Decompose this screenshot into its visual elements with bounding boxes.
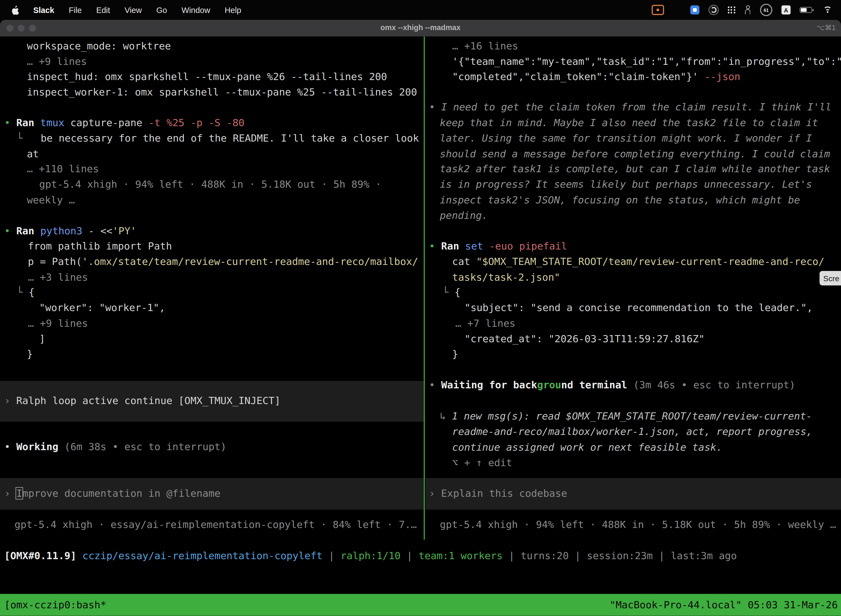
terminal-line: inspect_hud: omx sparkshell --tmux-pane …	[27, 70, 387, 84]
terminal-line: └ {	[442, 286, 460, 299]
terminal-line: • I need to get the claim token from the…	[429, 101, 831, 114]
terminal-line: • Ran tmux capture-pane -t %25 -p -S -80	[4, 116, 245, 129]
terminal-line: └ {	[16, 286, 35, 299]
figure-icon[interactable]	[744, 5, 751, 14]
wifi-icon[interactable]	[823, 6, 832, 13]
terminal-line: inspect task2's JSON, focusing on the st…	[440, 194, 800, 207]
screen-recording-icon[interactable]	[652, 5, 664, 15]
terminal-line: p = Path('.omx/state/team/review-current…	[28, 255, 418, 268]
menu-go[interactable]: Go	[157, 5, 167, 14]
inject-banner-text: › Ralph loop active continue [OMX_TMUX_I…	[4, 395, 281, 407]
terminal-line: … +7 lines	[455, 317, 516, 330]
pane-divider[interactable]	[424, 37, 425, 540]
terminal-line: ↳ 1 new msg(s): read $OMX_TEAM_STATE_ROO…	[440, 410, 812, 423]
window-title: omx --xhigh --madmax	[0, 23, 841, 32]
battery-ring-icon[interactable]: 61	[760, 4, 772, 16]
terminal-line: task2 after task1 is complete, but can I…	[440, 163, 830, 176]
terminal-line: • Working (6m 38s • esc to interrupt)	[4, 440, 227, 453]
terminal-window: omx --xhigh --madmax ⌥⌘1 workspace_mode:…	[0, 20, 841, 616]
terminal-line: weekly …	[27, 194, 75, 207]
tmux-status-bar: [omx-cczip0:bash* "MacBook-Pro-44.local"…	[0, 594, 841, 616]
terminal-line: "worker": "worker-1",	[39, 301, 165, 314]
terminal-line: }	[27, 348, 33, 361]
terminal-line: … +3 lines	[28, 271, 88, 284]
terminal-line: cat "$OMX_TEAM_STATE_ROOT/team/review-cu…	[452, 255, 825, 268]
menu-bar-status-icons: 61 A	[652, 4, 841, 16]
pane-footer: gpt-5.4 xhigh · essay/ai-reimplementatio…	[14, 518, 417, 531]
terminal-line: is in progress? It seems likely but perh…	[440, 178, 812, 191]
terminal-line: gpt-5.4 xhigh · 94% left · 488K in · 5.1…	[39, 178, 381, 191]
battery-icon[interactable]	[800, 7, 814, 13]
screen-tooltip: Scre	[819, 271, 841, 285]
right-pane[interactable]: … +16 lines'{"team_name":"my-team","task…	[425, 37, 841, 540]
terminal-line: • Waiting for background terminal (3m 46…	[429, 378, 795, 392]
menu-bar: Slack File Edit View Go Window Help 61 A	[0, 0, 841, 20]
terminal-line: "completed","claim_token":"claim-token"}…	[452, 70, 741, 84]
omx-status-line: [OMX#0.11.9] cczip/essay/ai-reimplementa…	[4, 550, 737, 562]
terminal-line: └ be necessary for the end of the README…	[16, 132, 419, 145]
terminal-line: pending.	[440, 209, 488, 222]
screen: Slack File Edit View Go Window Help 61 A	[0, 0, 841, 616]
apple-menu-icon[interactable]	[11, 5, 19, 15]
terminal-line: readme-and-reco/mailbox/worker-1.json, a…	[452, 425, 813, 438]
composer-placeholder: › Improve documentation in @filename	[4, 487, 220, 500]
dark-app-icon[interactable]	[709, 5, 719, 15]
terminal-line: keep that in mind. Maybe I also need the…	[440, 116, 818, 129]
terminal-line: ]	[39, 333, 45, 346]
terminal-line: at	[27, 148, 39, 161]
terminal-line: tasks/task-2.json"	[452, 271, 560, 284]
terminal-line: … +9 lines	[28, 317, 88, 330]
terminal-line: }	[452, 348, 458, 361]
terminal-line: inspect_worker-1: omx sparkshell --tmux-…	[27, 86, 417, 99]
input-source-icon[interactable]: A	[781, 5, 791, 14]
left-pane[interactable]: workspace_mode: worktree… +9 linesinspec…	[0, 37, 424, 540]
dots-grid-icon[interactable]	[728, 6, 736, 13]
terminal-line: "created_at": "2026-03-31T11:59:27.816Z"	[464, 333, 705, 346]
blue-app-icon[interactable]	[690, 5, 699, 14]
terminal-line: … +16 lines	[452, 40, 518, 53]
terminal-line: "subject": "send a concise recommendatio…	[464, 301, 813, 314]
terminal-line: later. Using the same for transition mig…	[440, 132, 812, 145]
terminal-line: ⌥ + ↑ edit	[452, 456, 512, 469]
tmux-host-clock-label: "MacBook-Pro-44.local" 05:03 31-Mar-26	[610, 599, 841, 610]
terminal-line: • Ran set -euo pipefail	[429, 240, 567, 253]
window-titlebar[interactable]: omx --xhigh --madmax ⌥⌘1	[0, 20, 841, 37]
menu-edit[interactable]: Edit	[96, 5, 110, 14]
menu-view[interactable]: View	[125, 5, 142, 14]
terminal-line: from pathlib import Path	[28, 240, 172, 253]
menu-help[interactable]: Help	[224, 5, 241, 14]
terminal-line: should send a message before completing …	[440, 148, 830, 161]
terminal-line: • Ran python3 - <<'PY'	[4, 224, 136, 238]
terminal-line: continue assigned work or next feasible …	[452, 441, 722, 454]
window-shortcut: ⌥⌘1	[817, 24, 835, 32]
terminal-line: … +110 lines	[27, 163, 99, 176]
terminal-line: '{"team_name":"my-team","task_id":"1","f…	[452, 55, 841, 68]
pane-footer: gpt-5.4 xhigh · 94% left · 488K in · 5.1…	[440, 518, 836, 531]
menu-bar-left: Slack File Edit View Go Window Help	[0, 5, 241, 15]
window-grid-icon[interactable]	[673, 6, 681, 14]
menu-file[interactable]: File	[69, 5, 82, 14]
terminal: workspace_mode: worktree… +9 linesinspec…	[0, 37, 841, 616]
app-menu[interactable]: Slack	[34, 5, 54, 14]
tmux-session-label[interactable]: [omx-cczip0:bash*	[0, 599, 106, 610]
terminal-line: … +9 lines	[27, 55, 87, 68]
composer-suggestion: › Explain this codebase	[429, 487, 567, 500]
menu-window[interactable]: Window	[182, 5, 210, 14]
terminal-line: workspace_mode: worktree	[27, 40, 171, 53]
